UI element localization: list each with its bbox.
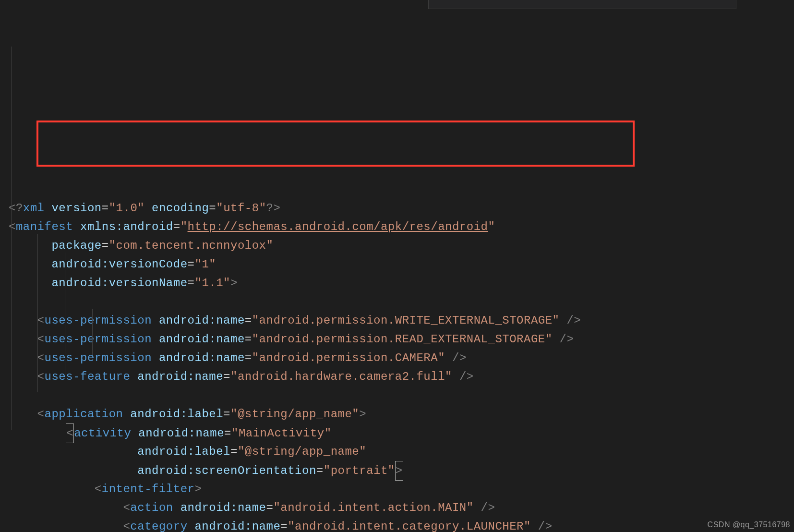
code-line[interactable]: android:label="@string/app_name" <box>9 442 785 461</box>
action-tag: action <box>130 501 173 514</box>
category-tag: category <box>130 520 187 532</box>
android-name-attr: android:name <box>194 520 280 532</box>
code-line[interactable]: <intent-filter> <box>9 480 785 498</box>
versionname-attr: android:versionName <box>51 277 187 290</box>
app-label-value: @string/app_name <box>238 408 352 421</box>
activity-open-tag: activity <box>74 427 131 440</box>
action-value: android.intent.action.MAIN <box>280 501 466 514</box>
code-line[interactable]: <uses-feature android:name="android.hard… <box>9 367 785 386</box>
code-editor[interactable]: <?xml version="1.0" encoding="utf-8"?><m… <box>0 0 794 532</box>
code-line[interactable]: android:versionCode="1" <box>9 255 785 274</box>
code-line[interactable]: <uses-permission android:name="android.p… <box>9 330 785 349</box>
android-name-attr: android:name <box>137 370 223 383</box>
android-name-attr: android:name <box>180 501 266 514</box>
code-line[interactable]: <uses-permission android:name="android.p… <box>9 349 785 367</box>
code-line[interactable]: <uses-permission android:name="android.p… <box>9 311 785 330</box>
code-line[interactable]: android:screenOrientation="portrait"> <box>9 461 785 480</box>
code-line[interactable] <box>9 386 785 405</box>
screenorientation-attr: android:screenOrientation <box>137 464 316 477</box>
uses-feature-tag: uses-feature <box>45 370 131 383</box>
uses-permission-tag: uses-permission <box>45 351 152 364</box>
xml-version-value: 1.0 <box>116 202 138 215</box>
uses-permission-tag: uses-permission <box>45 314 152 327</box>
perm-read-value: android.permission.READ_EXTERNAL_STORAGE <box>259 333 545 346</box>
indent-guide <box>92 309 93 355</box>
versioncode-attr: android:versionCode <box>51 258 187 271</box>
android-name-attr: android:name <box>138 427 224 440</box>
indent-guide <box>65 253 65 374</box>
indent-guide <box>11 47 12 430</box>
xml-encoding-value: utf-8 <box>223 202 259 215</box>
android-name-attr: android:name <box>159 314 245 327</box>
intent-filter-open-tag: intent-filter <box>102 483 195 496</box>
code-line[interactable]: <manifest xmlns:android="http://schemas.… <box>9 218 785 236</box>
code-line[interactable]: <activity android:name="MainActivity" <box>9 423 785 442</box>
xmlns-attr: xmlns:android <box>80 220 173 233</box>
xmlns-url[interactable]: http://schemas.android.com/apk/res/andro… <box>188 220 488 233</box>
android-label-attr: android:label <box>137 445 230 458</box>
versionname-value: 1.1 <box>202 277 223 290</box>
category-value: android.intent.category.LAUNCHER <box>295 520 524 532</box>
android-name-attr: android:name <box>159 333 245 346</box>
activity-label-value: @string/app_name <box>245 445 359 458</box>
code-line[interactable]: <action android:name="android.intent.act… <box>9 498 785 517</box>
uses-permission-tag: uses-permission <box>45 333 152 346</box>
manifest-open-tag: manifest <box>16 220 73 233</box>
code-line[interactable]: <application android:label="@string/app_… <box>9 405 785 423</box>
code-line[interactable]: <category android:name="android.intent.c… <box>9 517 785 532</box>
feature-camera2-value: android.hardware.camera2.full <box>238 370 445 383</box>
package-value: com.tencent.ncnnyolox <box>116 239 266 252</box>
watermark-text: CSDN @qq_37516798 <box>708 520 790 529</box>
versioncode-value: 1 <box>202 258 209 271</box>
screenorientation-value: portrait <box>331 464 388 477</box>
bracket-match-close: > <box>395 461 403 481</box>
activity-name-value: MainActivity <box>239 427 325 440</box>
code-line[interactable]: package="com.tencent.ncnnyolox" <box>9 236 785 255</box>
application-open-tag: application <box>45 408 123 421</box>
perm-write-value: android.permission.WRITE_EXTERNAL_STORAG… <box>259 314 553 327</box>
android-name-attr: android:name <box>159 351 245 364</box>
perm-camera-value: android.permission.CAMERA <box>259 351 438 364</box>
code-line[interactable]: android:versionName="1.1"> <box>9 274 785 292</box>
code-line[interactable]: <?xml version="1.0" encoding="utf-8"?> <box>9 199 785 218</box>
android-label-attr: android:label <box>130 408 223 421</box>
code-line[interactable] <box>9 292 785 311</box>
highlight-rectangle <box>36 121 635 167</box>
indent-guide <box>37 234 38 392</box>
package-attr: package <box>51 239 101 252</box>
bracket-match-open: < <box>66 423 74 443</box>
